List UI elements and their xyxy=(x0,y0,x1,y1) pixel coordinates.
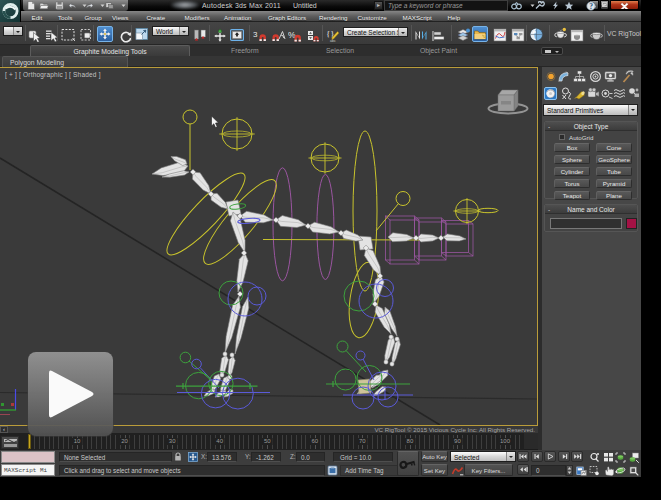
menu-modifiers[interactable]: Modifiers xyxy=(185,14,210,21)
key-filter-curve-icon[interactable] xyxy=(451,465,464,476)
menu-maxscript[interactable]: MAXScript xyxy=(403,14,432,21)
name-color-header[interactable]: -Name and Color xyxy=(545,205,637,214)
workspace-dropdown-icon[interactable] xyxy=(118,1,128,10)
edit-named-selections-button[interactable]: {}abc xyxy=(325,27,341,43)
new-file-icon[interactable] xyxy=(26,1,36,10)
maxscript-mini-listener[interactable]: MAXScript Mi xyxy=(1,464,55,476)
video-play-overlay[interactable] xyxy=(28,352,113,436)
create-torus-button[interactable]: Torus xyxy=(554,179,590,188)
selection-filter-combo[interactable] xyxy=(3,26,23,36)
communication-lightning-icon[interactable] xyxy=(550,1,561,10)
search-binoculars-icon[interactable] xyxy=(511,1,522,10)
dropdown-arrow-icon[interactable] xyxy=(506,452,515,461)
ribbon-display-toggle[interactable] xyxy=(541,47,563,55)
geometry-tab-icon[interactable] xyxy=(544,87,557,100)
search-history-arrow[interactable]: ▸ xyxy=(374,1,383,10)
next-frame-button[interactable] xyxy=(558,451,570,462)
z-coordinate-field[interactable]: 0.0 xyxy=(296,452,325,462)
transform-gizmo-toggle-icon[interactable] xyxy=(188,452,198,462)
zoom-all-button[interactable] xyxy=(603,452,614,463)
menu-group[interactable]: Group xyxy=(85,14,102,21)
dropdown-arrow-icon[interactable] xyxy=(628,105,637,115)
motion-tab-icon[interactable] xyxy=(589,70,602,83)
key-filters-button[interactable]: Key Filters... xyxy=(464,464,513,476)
select-scale-button[interactable] xyxy=(134,26,150,42)
helpers-tab-icon[interactable] xyxy=(600,87,613,100)
frame-spinner[interactable] xyxy=(566,465,573,476)
select-move-button[interactable] xyxy=(97,26,113,42)
go-to-start-button[interactable] xyxy=(517,451,529,462)
create-cone-button[interactable]: Cone xyxy=(596,143,632,152)
shapes-tab-icon[interactable] xyxy=(560,87,573,100)
open-file-icon[interactable] xyxy=(39,1,49,10)
manage-layers-button[interactable] xyxy=(455,26,471,42)
create-geosphere-button[interactable]: GeoSphere xyxy=(596,155,632,164)
zoom-extents-button[interactable] xyxy=(615,452,626,463)
close-button[interactable] xyxy=(610,0,639,10)
curve-editor-button[interactable] xyxy=(492,27,508,43)
utilities-tab-icon[interactable] xyxy=(621,70,634,83)
snap-toggle-3d-button[interactable]: 3 xyxy=(252,28,268,44)
ribbon-tab-objectpaint[interactable]: Object Paint xyxy=(420,45,457,56)
time-configuration-icon[interactable] xyxy=(576,465,587,476)
named-selection-combo[interactable]: Create Selection Se xyxy=(343,27,408,37)
schematic-view-button[interactable] xyxy=(510,27,526,43)
rendered-frame-button[interactable] xyxy=(569,27,585,43)
orbit-button[interactable] xyxy=(615,465,626,476)
object-type-header[interactable]: -Object Type xyxy=(545,122,637,131)
menu-views[interactable]: Views xyxy=(112,14,128,21)
zoom-extents-all-button[interactable] xyxy=(628,452,639,463)
selection-lock-icon[interactable] xyxy=(174,452,182,462)
percent-snap-button[interactable]: % xyxy=(287,28,303,44)
graphite-toggle-button[interactable] xyxy=(472,26,488,42)
set-key-toggle-button[interactable] xyxy=(397,451,419,476)
keyboard-override-button[interactable] xyxy=(229,27,245,43)
angle-snap-button[interactable] xyxy=(270,28,286,44)
dropdown-arrow-icon[interactable] xyxy=(179,27,188,35)
menu-customize[interactable]: Customize xyxy=(358,14,387,21)
object-color-swatch[interactable] xyxy=(626,218,637,229)
window-crossing-button[interactable] xyxy=(78,27,94,43)
zoom-region-button[interactable] xyxy=(589,465,600,476)
menu-animation[interactable]: Animation xyxy=(224,14,252,21)
add-time-tag-icon[interactable] xyxy=(327,465,338,476)
help-dropdown-icon[interactable] xyxy=(598,1,609,10)
time-slider-prev-button[interactable]: ‹ xyxy=(0,426,8,433)
workspace-icon[interactable] xyxy=(105,1,115,10)
align-button[interactable] xyxy=(430,28,446,44)
render-setup-button[interactable] xyxy=(552,26,568,42)
mirror-button[interactable] xyxy=(413,27,429,43)
help-icon[interactable]: ? xyxy=(585,1,596,10)
3dsmax-logo[interactable] xyxy=(0,0,21,22)
render-production-button[interactable] xyxy=(588,27,604,43)
zoom-button[interactable] xyxy=(589,452,600,463)
cameras-tab-icon[interactable] xyxy=(587,87,600,100)
create-box-button[interactable]: Box xyxy=(554,143,590,152)
pan-button[interactable] xyxy=(603,465,614,476)
menu-edit[interactable]: Edit xyxy=(32,14,43,21)
display-tab-icon[interactable] xyxy=(604,70,617,83)
select-manipulate-button[interactable] xyxy=(212,27,228,43)
undo-icon[interactable] xyxy=(67,1,77,10)
favorites-star-icon[interactable] xyxy=(563,1,574,10)
create-cylinder-button[interactable]: Cylinder xyxy=(554,167,590,176)
primitives-dropdown[interactable]: Standard Primitives xyxy=(543,104,638,116)
create-pyramid-button[interactable]: Pyramid xyxy=(596,179,632,188)
menu-tools[interactable]: Tools xyxy=(58,14,72,21)
maximize-viewport-button[interactable] xyxy=(628,465,639,476)
spacewarps-tab-icon[interactable] xyxy=(613,87,626,100)
redo-icon[interactable] xyxy=(85,1,95,10)
maxscript-listener-macro[interactable] xyxy=(1,451,55,463)
menu-create[interactable]: Create xyxy=(147,14,166,21)
ribbon-tab-graphite[interactable]: Graphite Modeling Tools xyxy=(30,45,190,56)
set-key-button[interactable]: Set Key xyxy=(421,464,448,476)
autogrid-checkbox[interactable] xyxy=(559,134,565,140)
ribbon-tab-selection[interactable]: Selection xyxy=(326,45,354,56)
current-frame-field[interactable]: 0 xyxy=(531,465,566,476)
save-file-icon[interactable] xyxy=(54,1,64,10)
material-editor-button[interactable] xyxy=(528,26,544,42)
add-time-tag[interactable]: Add Time Tag xyxy=(340,465,402,476)
y-coordinate-field[interactable]: -1.262 xyxy=(251,452,281,462)
menu-graph-editors[interactable]: Graph Editors xyxy=(268,14,306,21)
use-center-button[interactable] xyxy=(192,27,208,43)
